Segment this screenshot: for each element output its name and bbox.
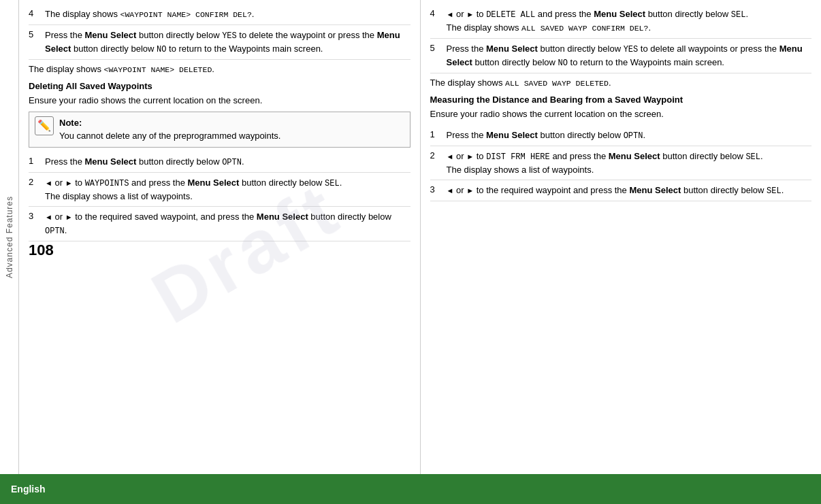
arrow-left-icon: ◄ — [45, 179, 52, 187]
step-content: ◄ or ► to DELETE ALL and press the Menu … — [447, 7, 812, 35]
mono-code: SEL — [745, 152, 760, 162]
step-content: The display shows <WAYPOINT NAME> CONFIR… — [45, 7, 410, 21]
sidebar: Advanced Features — [0, 0, 19, 474]
bold-text: Menu Select — [85, 30, 137, 40]
intro-paragraph: Ensure your radio shows the current loca… — [430, 107, 812, 121]
mono-code: OPTN — [624, 131, 643, 141]
bold-text: Menu Select — [486, 44, 538, 54]
right-column: 4 ◄ or ► to DELETE ALL and press the Men… — [421, 0, 822, 474]
bold-text: Menu Select — [629, 185, 681, 195]
mono-code: SEL — [731, 10, 746, 20]
mono-code: OPTN — [222, 158, 242, 167]
table-row: 2 ◄ or ► to WAYPOINTS and press the Menu… — [29, 173, 410, 207]
section-heading: Measuring the Distance and Bearing from … — [430, 95, 812, 105]
mono-code: NO — [558, 58, 568, 68]
page-wrapper: Advanced Features 4 The display shows <W… — [0, 0, 821, 474]
step-number: 4 — [29, 7, 39, 18]
step-content: Press the Menu Select button directly be… — [45, 29, 410, 56]
display-line: The display shows ALL SAVED WAYP DELETED… — [430, 76, 812, 90]
step-number: 1 — [430, 129, 441, 139]
note-body: You cannot delete any of the preprogramm… — [59, 131, 280, 141]
table-row: 4 The display shows <WAYPOINT NAME> CONF… — [29, 4, 410, 25]
table-row: 1 Press the Menu Select button directly … — [430, 125, 812, 146]
arrow-left-icon: ◄ — [447, 10, 454, 18]
display-code: ALL SAVED WAYP DELETED — [505, 79, 609, 88]
step-number: 2 — [29, 176, 39, 187]
step-content: ◄ or ► to the required saved waypoint, a… — [45, 210, 410, 237]
note-box: ✏️ Note: You cannot delete any of the pr… — [29, 112, 410, 148]
bold-text: Menu Select — [609, 151, 660, 161]
arrow-right-icon: ► — [466, 186, 474, 195]
arrow-right-icon: ► — [65, 213, 73, 221]
step-content: ◄ or ► to DIST FRM HERE and press the Me… — [447, 150, 812, 177]
language-label: English — [11, 484, 46, 494]
table-row: 5 Press the Menu Select button directly … — [430, 39, 812, 73]
table-row: 3 ◄ or ► to the required waypoint and pr… — [430, 180, 812, 201]
display-code: ALL SAVED WAYP CONFIRM DEL? — [521, 24, 648, 33]
step-number: 5 — [430, 42, 441, 53]
page-number-area: 108 — [29, 241, 410, 265]
step-number: 1 — [29, 155, 39, 166]
table-row: 5 Press the Menu Select button directly … — [29, 25, 410, 60]
step-number: 3 — [430, 184, 441, 195]
table-row: 3 ◄ or ► to the required saved waypoint,… — [29, 207, 410, 241]
bottom-bar: English — [0, 474, 821, 504]
table-row: 2 ◄ or ► to DIST FRM HERE and press the … — [430, 146, 812, 181]
page-number: 108 — [29, 241, 54, 259]
mono-code: NO — [157, 45, 166, 54]
step-content: Press the Menu Select button directly be… — [45, 155, 410, 169]
arrow-right-icon: ► — [65, 179, 73, 187]
mono-code: SEL — [767, 186, 782, 196]
main-content: 4 The display shows <WAYPOINT NAME> CONF… — [19, 0, 821, 474]
bold-text: Menu Select — [257, 212, 308, 222]
note-icon: ✏️ — [35, 116, 54, 135]
arrow-left-icon: ◄ — [45, 213, 52, 221]
arrow-right-icon: ► — [466, 152, 474, 161]
bold-text: Menu Select — [486, 130, 538, 140]
step-content: ◄ or ► to the required waypoint and pres… — [447, 184, 812, 197]
mono-code: SEL — [325, 179, 340, 188]
note-text: Note: You cannot delete any of the prepr… — [59, 116, 280, 143]
display-code: <WAYPOINT NAME> CONFIRM DEL? — [120, 10, 252, 19]
mono-code: YES — [624, 45, 639, 54]
arrow-right-icon: ► — [466, 10, 474, 18]
display-line: The display shows <WAYPOINT NAME> DELETE… — [29, 63, 410, 76]
mono-code: DIST FRM HERE — [486, 152, 550, 162]
step-number: 4 — [430, 7, 441, 18]
arrow-left-icon: ◄ — [447, 152, 454, 161]
step-content: Press the Menu Select button directly be… — [447, 129, 812, 142]
arrow-left-icon: ◄ — [447, 186, 454, 195]
bold-text: Menu Select — [85, 156, 137, 167]
bold-text: Menu Select — [187, 178, 239, 188]
sidebar-label: Advanced Features — [5, 196, 14, 278]
step-number: 2 — [430, 150, 441, 161]
note-label: Note: — [59, 118, 82, 128]
intro-paragraph: Ensure your radio shows the current loca… — [29, 94, 410, 107]
table-row: 1 Press the Menu Select button directly … — [29, 152, 410, 173]
step-number: 3 — [29, 210, 39, 221]
step-content: ◄ or ► to WAYPOINTS and press the Menu S… — [45, 176, 410, 203]
step-number: 5 — [29, 29, 39, 39]
display-code: <WAYPOINT NAME> DELETED — [104, 65, 212, 74]
mono-code: DELETE ALL — [486, 10, 535, 20]
mono-code: WAYPOINTS — [85, 179, 129, 188]
left-column: 4 The display shows <WAYPOINT NAME> CONF… — [19, 0, 421, 474]
bold-text: Menu Select — [594, 9, 645, 19]
mono-code: OPTN — [45, 226, 65, 236]
section-heading: Deleting All Saved Waypoints — [29, 81, 410, 91]
table-row: 4 ◄ or ► to DELETE ALL and press the Men… — [430, 4, 812, 39]
step-content: Press the Menu Select button directly be… — [447, 42, 812, 69]
mono-code: YES — [222, 31, 237, 41]
